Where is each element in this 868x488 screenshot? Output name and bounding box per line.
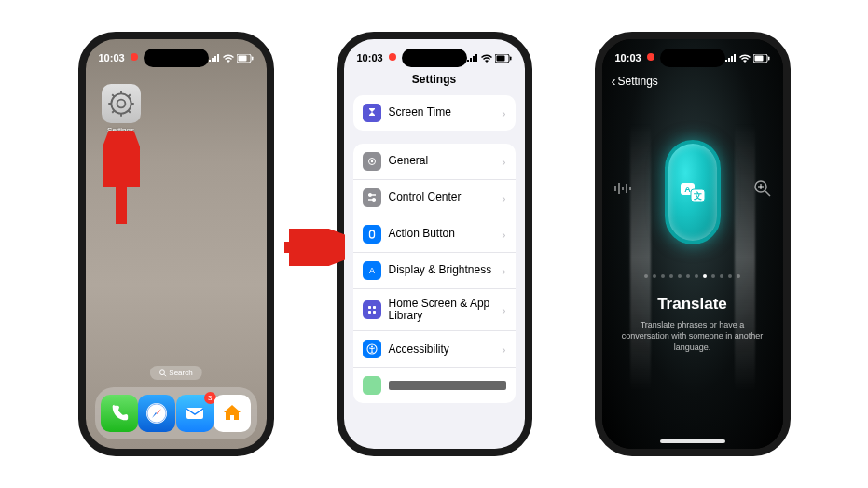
page-title: Settings xyxy=(344,73,525,86)
status-time: 10:03 xyxy=(99,52,125,63)
settings-row-control-center[interactable]: Control Center › xyxy=(353,180,516,216)
pager-dot[interactable] xyxy=(669,274,673,278)
safari-app-icon[interactable] xyxy=(138,395,175,432)
svg-point-24 xyxy=(370,160,373,163)
back-button[interactable]: ‹ Settings xyxy=(612,73,658,89)
wifi-icon xyxy=(739,54,751,63)
settings-row-display-brightness[interactable]: A Display & Brightness › xyxy=(353,253,516,289)
svg-rect-34 xyxy=(373,311,376,314)
translate-icon: A 文 xyxy=(678,177,708,207)
chevron-right-icon: › xyxy=(502,155,505,169)
svg-rect-32 xyxy=(373,306,376,309)
pager-dot[interactable] xyxy=(720,274,723,278)
row-label: Control Center xyxy=(389,191,495,203)
battery-icon xyxy=(237,54,254,63)
phone-icon xyxy=(109,403,130,424)
pager-dot[interactable] xyxy=(644,274,648,278)
settings-list[interactable]: Screen Time › General › Control Center xyxy=(353,95,516,449)
dock: 3 xyxy=(95,387,257,439)
settings-app-icon[interactable]: Settings xyxy=(99,84,144,134)
action-button-preview[interactable]: A 文 xyxy=(665,140,721,244)
voice-memos-icon[interactable] xyxy=(613,179,632,202)
settings-group: Screen Time › xyxy=(353,95,516,131)
home-app-icon[interactable] xyxy=(214,395,251,432)
pager-dot[interactable] xyxy=(653,274,656,278)
row-label: Screen Time xyxy=(389,106,495,119)
recording-indicator-icon xyxy=(131,53,138,61)
row-label: Display & Brightness xyxy=(389,264,495,276)
phone-app-icon[interactable] xyxy=(101,395,138,432)
page-indicator[interactable] xyxy=(602,274,783,278)
cellular-icon xyxy=(725,54,737,62)
pager-dot[interactable] xyxy=(728,274,732,278)
home-search-label: Search xyxy=(169,369,192,377)
pager-dot[interactable] xyxy=(686,274,690,278)
pager-dot[interactable] xyxy=(661,274,665,278)
svg-rect-38 xyxy=(754,55,763,61)
house-icon xyxy=(221,402,243,425)
svg-rect-31 xyxy=(368,306,371,309)
hourglass-icon xyxy=(363,104,381,122)
phone-home-screen: 10:03 Settings Search xyxy=(78,32,274,456)
pager-dot[interactable] xyxy=(737,274,740,278)
grid-icon xyxy=(363,300,381,319)
svg-rect-19 xyxy=(186,408,203,419)
settings-row-accessibility[interactable]: Accessibility › xyxy=(353,331,516,368)
svg-rect-21 xyxy=(496,55,504,61)
pager-dot[interactable] xyxy=(678,274,682,278)
redacted-label xyxy=(389,381,506,390)
recording-indicator-icon xyxy=(647,53,654,61)
chevron-right-icon: › xyxy=(502,106,505,120)
settings-row-general[interactable]: General › xyxy=(353,144,516,180)
settings-row-home-screen[interactable]: Home Screen & App Library › xyxy=(353,289,516,331)
svg-rect-29 xyxy=(369,230,374,238)
wifi-icon xyxy=(223,54,234,63)
svg-text:A: A xyxy=(368,266,374,275)
chevron-right-icon: › xyxy=(502,342,505,356)
dynamic-island xyxy=(660,49,725,67)
phone-settings-list: 10:03 Settings Screen Time › xyxy=(337,32,532,456)
home-indicator[interactable] xyxy=(660,439,725,443)
sliders-icon xyxy=(363,188,381,207)
status-indicators xyxy=(725,54,770,63)
settings-row-action-button[interactable]: Action Button › xyxy=(353,216,516,253)
svg-line-14 xyxy=(164,374,166,376)
pager-dot[interactable] xyxy=(703,274,707,278)
accessibility-icon xyxy=(363,340,381,358)
action-description: Translate phrases or have a conversation… xyxy=(621,319,765,353)
svg-rect-1 xyxy=(238,55,246,61)
action-button-icon xyxy=(363,225,381,244)
chevron-right-icon: › xyxy=(502,264,505,278)
settings-group: General › Control Center › Action Button… xyxy=(353,144,516,403)
home-search-button[interactable]: Search xyxy=(149,366,201,380)
svg-rect-39 xyxy=(768,56,770,60)
pager-dot[interactable] xyxy=(695,274,698,278)
svg-rect-33 xyxy=(368,311,371,314)
svg-point-36 xyxy=(371,346,373,348)
row-label: General xyxy=(389,155,495,167)
svg-rect-2 xyxy=(252,56,254,60)
wifi-icon xyxy=(481,54,492,63)
display-icon: A xyxy=(363,261,381,280)
envelope-icon xyxy=(184,402,206,425)
svg-line-9 xyxy=(112,94,115,97)
compass-icon xyxy=(144,400,170,426)
magnifier-icon[interactable] xyxy=(753,179,772,202)
wallpaper-icon xyxy=(363,376,381,395)
settings-row-truncated[interactable] xyxy=(353,368,516,403)
status-indicators xyxy=(209,54,254,63)
mail-app-icon[interactable]: 3 xyxy=(176,395,214,432)
recording-indicator-icon xyxy=(389,53,396,61)
battery-icon xyxy=(495,54,512,63)
dynamic-island xyxy=(402,49,467,67)
gear-icon xyxy=(107,90,135,118)
status-indicators xyxy=(467,54,512,63)
pager-dot[interactable] xyxy=(711,274,715,278)
settings-row-screen-time[interactable]: Screen Time › xyxy=(353,95,516,131)
annotation-arrow-action-button xyxy=(280,229,345,266)
svg-line-11 xyxy=(112,110,115,113)
gear-icon xyxy=(363,152,381,171)
row-label: Action Button xyxy=(389,228,495,240)
chevron-right-icon: › xyxy=(502,191,505,205)
row-label: Home Screen & App Library xyxy=(389,298,495,322)
